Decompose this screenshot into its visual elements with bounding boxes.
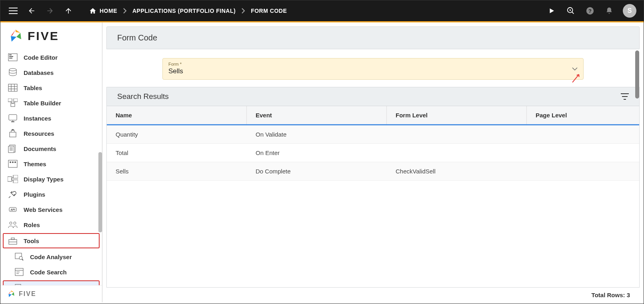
svg-rect-15 bbox=[11, 103, 15, 107]
code-analyser-icon bbox=[14, 252, 24, 261]
sidebar-item-label: Documents bbox=[24, 145, 56, 152]
table-row[interactable]: Total On Enter bbox=[107, 144, 639, 162]
svg-rect-8 bbox=[8, 84, 17, 91]
palette-icon bbox=[8, 159, 18, 168]
svg-rect-5 bbox=[9, 56, 13, 57]
breadcrumb-home-label: HOME bbox=[100, 8, 117, 14]
breadcrumb: HOME APPLICATIONS (PORTFOLIO FINAL) FORM… bbox=[89, 7, 287, 14]
svg-point-28 bbox=[10, 161, 11, 163]
code-block-icon bbox=[8, 53, 18, 62]
up-icon[interactable] bbox=[63, 5, 74, 16]
sidebar-item-label: Databases bbox=[24, 69, 54, 76]
logo-mark-icon bbox=[8, 28, 24, 44]
people-icon bbox=[8, 220, 18, 229]
resources-icon bbox=[8, 129, 18, 138]
sidebar-item-tools[interactable]: Tools bbox=[3, 233, 100, 248]
svg-rect-31 bbox=[8, 177, 12, 181]
chevron-right-icon bbox=[123, 8, 127, 14]
sidebar-subitem-code-search[interactable]: Code Search bbox=[0, 264, 102, 280]
td-page-level bbox=[527, 125, 639, 143]
sidebar-item-label: Table Builder bbox=[24, 100, 61, 107]
th-name[interactable]: Name bbox=[107, 106, 247, 124]
sidebar-item-table-builder[interactable]: Table Builder bbox=[0, 95, 102, 111]
svg-line-17 bbox=[13, 102, 16, 103]
results-table: Name Event Form Level Page Level Quantit… bbox=[106, 106, 640, 288]
svg-rect-32 bbox=[13, 175, 18, 178]
sidebar-item-label: Instances bbox=[24, 115, 51, 122]
sidebar-item-label: Tools bbox=[24, 238, 39, 244]
footer-logo-text: FIVE bbox=[19, 290, 36, 298]
breadcrumb-applications[interactable]: APPLICATIONS (PORTFOLIO FINAL) bbox=[132, 8, 236, 14]
sidebar-item-display-types[interactable]: Display Types bbox=[0, 171, 102, 187]
sidebar-item-documents[interactable]: Documents bbox=[0, 141, 102, 156]
sidebar-subitem-code-analyser[interactable]: Code Analyser bbox=[0, 249, 102, 264]
svg-text:?: ? bbox=[588, 8, 592, 14]
bell-icon[interactable] bbox=[604, 5, 615, 16]
th-form-level[interactable]: Form Level bbox=[387, 106, 527, 124]
table-row[interactable]: Sells Do Complete CheckValidSell bbox=[107, 162, 639, 181]
sidebar-item-themes[interactable]: Themes bbox=[0, 156, 102, 171]
sidebar-item-label: Display Types bbox=[24, 176, 64, 183]
breadcrumb-formcode[interactable]: FORM CODE bbox=[251, 8, 287, 14]
play-icon[interactable] bbox=[546, 5, 557, 16]
sidebar-item-label: Plugins bbox=[24, 191, 45, 198]
results-header: Search Results bbox=[106, 87, 640, 106]
form-select[interactable]: Form * Sells bbox=[162, 58, 584, 80]
td-name: Total bbox=[107, 144, 247, 162]
td-page-level bbox=[527, 144, 639, 162]
svg-point-29 bbox=[12, 161, 14, 163]
sidebar-item-plugins[interactable]: Plugins bbox=[0, 187, 102, 202]
sidebar-item-resources[interactable]: Resources bbox=[0, 126, 102, 141]
sidebar-item-label: Tables bbox=[24, 85, 42, 91]
search-run-icon[interactable] bbox=[565, 5, 576, 16]
avatar[interactable]: S bbox=[623, 4, 636, 18]
sidebar-item-roles[interactable]: Roles bbox=[0, 217, 102, 232]
sidebar-item-code-editor[interactable]: Code Editor bbox=[0, 50, 102, 65]
form-selector-wrap: Form * Sells bbox=[106, 49, 640, 87]
svg-point-44 bbox=[19, 256, 22, 260]
td-page-level bbox=[527, 162, 639, 180]
svg-point-38 bbox=[10, 222, 12, 224]
svg-point-30 bbox=[14, 161, 16, 163]
chevron-right-icon bbox=[241, 8, 245, 14]
footer-logo-mark-icon bbox=[7, 290, 16, 298]
home-icon bbox=[89, 7, 96, 14]
sidebar-item-instances[interactable]: Instances bbox=[0, 111, 102, 126]
total-rows-label: Total Rows: 3 bbox=[592, 292, 630, 298]
sidebar-item-tables[interactable]: Tables bbox=[0, 80, 102, 95]
form-select-value: Sells bbox=[168, 67, 578, 75]
sidebar-item-databases[interactable]: Databases bbox=[0, 65, 102, 80]
monitor-icon bbox=[8, 114, 18, 123]
sidebar-item-label: Code Editor bbox=[24, 54, 58, 61]
td-name: Quantity bbox=[107, 125, 247, 143]
td-event: On Validate bbox=[247, 125, 387, 143]
sidebar-item-label: Web Services bbox=[24, 206, 62, 213]
chevron-down-icon bbox=[572, 67, 578, 71]
topbar: HOME APPLICATIONS (PORTFOLIO FINAL) FORM… bbox=[0, 0, 644, 22]
th-page-level[interactable]: Page Level bbox=[527, 106, 639, 124]
svg-rect-14 bbox=[14, 99, 18, 102]
sidebar-item-web-services[interactable]: APIWeb Services bbox=[0, 202, 102, 217]
table-icon bbox=[8, 83, 18, 92]
toolbox-icon bbox=[8, 236, 18, 245]
status-bar: Total Rows: 3 bbox=[106, 288, 640, 302]
td-form-level bbox=[387, 125, 527, 143]
sidebar-scrollbar[interactable] bbox=[98, 152, 102, 232]
svg-point-39 bbox=[14, 222, 16, 224]
svg-line-34 bbox=[12, 177, 13, 179]
table-row[interactable]: Quantity On Validate bbox=[107, 125, 639, 144]
help-icon[interactable]: ? bbox=[584, 5, 596, 16]
back-icon[interactable] bbox=[26, 5, 37, 16]
filter-icon[interactable] bbox=[621, 93, 629, 100]
content-scrollbar[interactable] bbox=[635, 50, 639, 99]
api-icon: API bbox=[8, 205, 18, 214]
td-event: Do Complete bbox=[247, 162, 387, 180]
th-event[interactable]: Event bbox=[247, 106, 387, 124]
sidebar-item-label: Code Analyser bbox=[30, 254, 72, 260]
hamburger-icon[interactable] bbox=[8, 5, 19, 16]
sidebar-subitem-form-code[interactable]: Form Code bbox=[3, 280, 100, 285]
code-search-icon bbox=[14, 268, 24, 276]
avatar-initial: S bbox=[628, 7, 632, 14]
svg-rect-33 bbox=[13, 180, 18, 183]
breadcrumb-home[interactable]: HOME bbox=[89, 7, 117, 14]
